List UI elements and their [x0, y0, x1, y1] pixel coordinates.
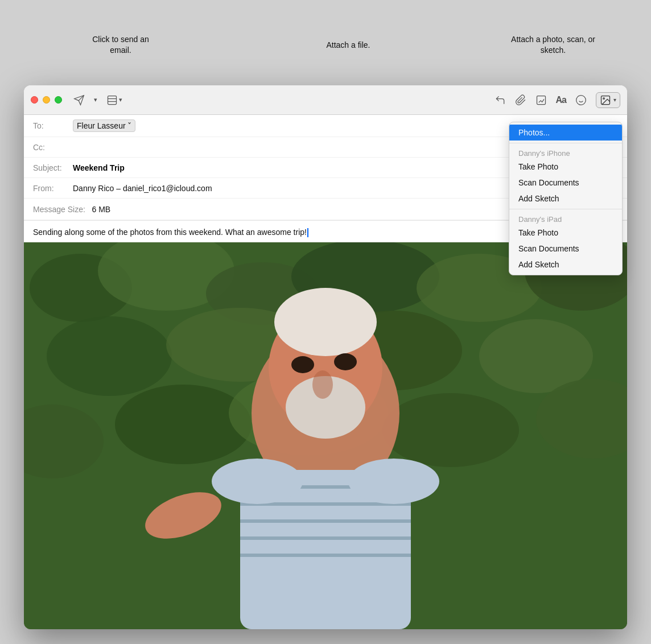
show-fields-button[interactable]: ▾	[106, 94, 122, 106]
paperclip-icon	[515, 94, 526, 106]
svg-point-25	[382, 393, 519, 467]
menu-item-ipad-scan-documents[interactable]: Scan Documents	[509, 241, 622, 257]
photo-icon	[600, 94, 611, 106]
close-button[interactable]	[31, 96, 38, 104]
photo-chevron: ▾	[613, 97, 616, 103]
menu-divider-1	[509, 143, 622, 143]
send-tooltip: Click to send an email.	[81, 34, 160, 56]
reply-icon	[495, 94, 506, 106]
format-text-button[interactable]: Aa	[556, 95, 566, 105]
svg-point-41	[348, 459, 439, 504]
svg-point-6	[576, 95, 586, 105]
svg-point-33	[312, 370, 333, 399]
menu-item-ipad-take-photo[interactable]: Take Photo	[509, 225, 622, 241]
subject-value[interactable]: Weekend Trip	[73, 163, 125, 172]
menu-item-photos[interactable]: Photos...	[509, 125, 622, 141]
cc-label: Cc:	[33, 143, 73, 152]
emoji-button[interactable]	[575, 94, 587, 106]
from-value: Danny Rico – daniel_rico1@icloud.com	[73, 184, 212, 193]
message-size-value: 6 MB	[92, 205, 111, 214]
from-label: From:	[33, 184, 73, 193]
menu-section-ipad: Danny's iPad	[509, 212, 622, 225]
menu-section-iphone: Danny's iPhone	[509, 146, 622, 159]
send-chevron-button[interactable]: ▾	[94, 96, 97, 104]
attach-photo-button[interactable]: ▾	[596, 92, 620, 108]
menu-item-iphone-scan-documents[interactable]: Scan Documents	[509, 175, 622, 191]
annotations-area: Click to send an email. Attach a file. A…	[24, 34, 627, 85]
fullscreen-button[interactable]	[55, 96, 62, 104]
format-text-icon: Aa	[556, 95, 566, 105]
emoji-icon	[575, 94, 587, 106]
menu-divider-2	[509, 209, 622, 209]
svg-point-32	[334, 353, 357, 370]
message-size: Message Size: 6 MB	[33, 205, 110, 214]
text-cursor	[307, 228, 308, 237]
send-button[interactable]	[73, 94, 85, 106]
to-recipient-chip[interactable]: Fleur Lasseur ˅	[73, 119, 135, 132]
body-text: Sending along some of the photos from th…	[33, 228, 307, 237]
svg-point-40	[212, 459, 303, 504]
markup-button[interactable]	[535, 94, 547, 106]
toolbar-right: Aa ▾	[495, 92, 620, 108]
mail-compose-window: ▾ ▾	[24, 85, 627, 629]
svg-point-31	[291, 356, 314, 373]
minimize-button[interactable]	[43, 96, 50, 104]
attach-file-tooltip: Attach a file.	[320, 40, 377, 51]
to-label: To:	[33, 121, 73, 130]
photo-svg	[24, 242, 627, 629]
svg-point-23	[115, 385, 252, 464]
menu-item-iphone-add-sketch[interactable]: Add Sketch	[509, 191, 622, 207]
traffic-lights	[31, 96, 62, 104]
send-icon	[73, 94, 85, 106]
show-fields-chevron: ▾	[119, 96, 122, 104]
message-size-label: Message Size:	[33, 205, 85, 214]
reply-button[interactable]	[495, 94, 506, 106]
menu-item-iphone-take-photo[interactable]: Take Photo	[509, 159, 622, 175]
photo-attachment	[24, 242, 627, 629]
toolbar-left: ▾ ▾	[73, 94, 122, 106]
attach-photo-wrapper: ▾ Photos... Danny's iPhone Take Photo Sc…	[596, 92, 620, 108]
attach-photo-dropdown: Photos... Danny's iPhone Take Photo Scan…	[509, 122, 623, 275]
markup-icon	[535, 94, 547, 106]
menu-item-ipad-add-sketch[interactable]: Add Sketch	[509, 257, 622, 273]
titlebar: ▾ ▾	[24, 85, 627, 115]
attach-photo-tooltip: Attach a photo, scan, or sketch.	[508, 34, 599, 56]
subject-label: Subject:	[33, 163, 73, 172]
svg-point-10	[603, 97, 605, 99]
svg-rect-5	[537, 96, 545, 104]
svg-point-29	[274, 288, 377, 356]
svg-point-18	[47, 316, 172, 396]
show-fields-icon	[106, 94, 118, 106]
attach-file-button[interactable]	[515, 94, 526, 106]
svg-rect-2	[108, 96, 117, 104]
